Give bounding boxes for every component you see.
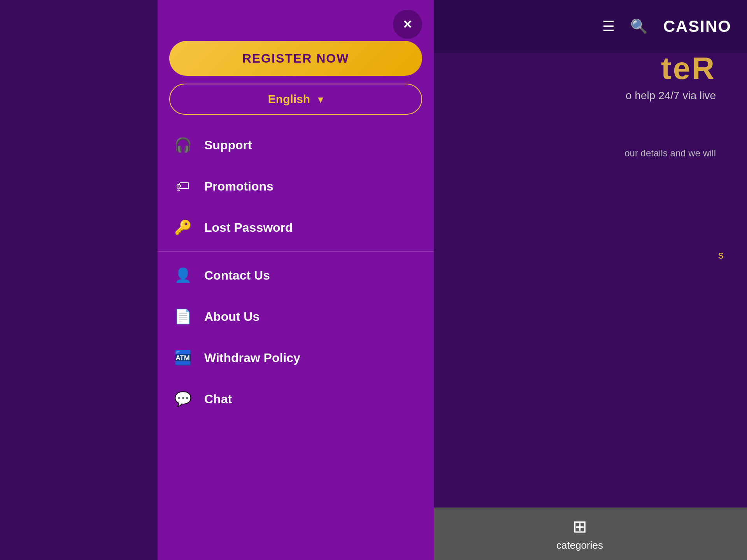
menu-item-promotions[interactable]: 🏷 Promotions (158, 166, 434, 207)
contact-us-icon: 👤 (173, 266, 193, 285)
hero-subtext: o help 24/7 via live (626, 89, 716, 102)
categories-label: categories (556, 539, 603, 551)
support-icon: 🎧 (173, 135, 193, 155)
close-button[interactable]: × (393, 10, 422, 39)
categories-icon: ⊞ (573, 516, 587, 536)
about-us-label: About Us (204, 310, 260, 324)
menu-item-about-us[interactable]: 📄 About Us (158, 296, 434, 337)
hero-subtext2: our details and we will (624, 148, 716, 159)
menu-item-withdraw-policy[interactable]: 🏧 Withdraw Policy (158, 337, 434, 378)
hamburger-icon[interactable]: ☰ (602, 18, 615, 35)
search-icon[interactable]: 🔍 (630, 18, 648, 35)
menu-panel: × REGISTER NOW English ▾ 🎧 Support 🏷 Pro… (158, 0, 434, 560)
withdraw-policy-icon: 🏧 (173, 348, 193, 368)
menu-section-divider (158, 251, 434, 252)
promotions-icon: 🏷 (173, 177, 193, 196)
top-bar: ☰ 🔍 CASINO (412, 0, 747, 52)
menu-item-contact-us[interactable]: 👤 Contact Us (158, 255, 434, 296)
bottom-bar[interactable]: ⊞ categories (412, 508, 747, 560)
menu-items-section-top: 🎧 Support 🏷 Promotions 🔑 Lost Password 👤… (158, 124, 434, 420)
hero-text: teR (661, 51, 716, 86)
register-label: REGISTER NOW (242, 51, 349, 65)
withdraw-policy-label: Withdraw Policy (204, 351, 300, 365)
promotions-label: Promotions (204, 179, 274, 194)
casino-label: CASINO (663, 17, 731, 36)
language-label: English (268, 93, 310, 106)
contact-us-label: Contact Us (204, 268, 270, 283)
language-selector[interactable]: English ▾ (169, 84, 422, 115)
about-us-icon: 📄 (173, 307, 193, 326)
register-now-button[interactable]: REGISTER NOW (169, 41, 422, 76)
lost-password-label: Lost Password (204, 220, 293, 235)
chat-icon: 💬 (173, 389, 193, 409)
menu-item-lost-password[interactable]: 🔑 Lost Password (158, 207, 434, 248)
chat-label: Chat (204, 392, 232, 406)
menu-item-support[interactable]: 🎧 Support (158, 124, 434, 166)
menu-item-chat[interactable]: 💬 Chat (158, 378, 434, 420)
chevron-down-icon: ▾ (318, 93, 323, 106)
bottom-yellow-text: s (718, 249, 724, 261)
support-label: Support (204, 138, 252, 152)
close-icon: × (403, 16, 412, 33)
lost-password-icon: 🔑 (173, 218, 193, 237)
